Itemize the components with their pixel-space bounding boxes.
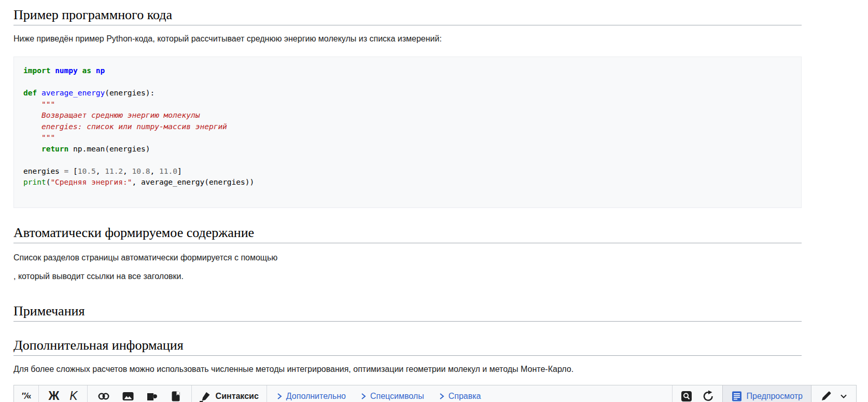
section-heading-notes: Примечания xyxy=(13,303,802,322)
pencil-icon xyxy=(820,390,832,402)
italic-button[interactable]: K xyxy=(69,389,77,402)
wikieditor: ″⁄« Ж K xyxy=(13,385,857,402)
preview-document-icon xyxy=(731,391,743,402)
code-block-content: import numpy as np def average_energy(en… xyxy=(23,65,792,199)
insert-image-button[interactable] xyxy=(122,390,134,402)
link-icon xyxy=(97,390,110,402)
search-replace-button[interactable] xyxy=(680,390,693,402)
switch-editor-button[interactable] xyxy=(820,390,832,402)
section-heading-extra: Дополнительная информация xyxy=(13,338,802,356)
insert-quotes-button[interactable]: ″⁄« xyxy=(22,391,31,401)
italic-icon: K xyxy=(69,389,77,402)
section-heading-toc: Автоматически формируемое содержание xyxy=(13,225,802,243)
chevron-down-icon xyxy=(839,393,848,399)
bold-icon: Ж xyxy=(48,389,59,402)
search-icon xyxy=(680,390,693,402)
python-code-block: import numpy as np def average_energy(en… xyxy=(13,57,802,208)
puzzle-icon xyxy=(146,390,158,402)
image-icon xyxy=(122,390,134,402)
highlighter-icon xyxy=(200,390,212,402)
preview-content: Пример программного кода Ниже приведён п… xyxy=(13,7,802,375)
quotes-icon: ″⁄« xyxy=(22,391,31,401)
para-extra: Для более сложных расчетов можно использ… xyxy=(13,364,802,375)
section-heading-code-example: Пример программного кода xyxy=(13,7,802,25)
chevron-right-icon xyxy=(439,392,445,400)
preview-button[interactable]: Предпросмотр xyxy=(731,391,803,402)
editor-toolbar: ″⁄« Ж K xyxy=(14,385,856,402)
toolbar-section-help[interactable]: Справка xyxy=(439,392,481,401)
syntax-label: Синтаксис xyxy=(216,392,259,401)
editor-menu-toggle[interactable] xyxy=(839,393,848,399)
toolbar-section-specialchars[interactable]: Спецсимволы xyxy=(360,392,424,401)
link-button[interactable] xyxy=(97,390,110,402)
chevron-right-icon xyxy=(276,392,283,400)
refresh-icon xyxy=(702,390,715,402)
syntax-highlight-button[interactable]: Синтаксис xyxy=(200,390,259,402)
refresh-button[interactable] xyxy=(702,390,715,402)
para-intro: Ниже приведён пример Python-кода, которы… xyxy=(13,33,802,44)
preview-label: Предпросмотр xyxy=(746,392,803,401)
para-toc-2: , который выводит ссылки на все заголовк… xyxy=(13,271,802,282)
chevron-right-icon xyxy=(360,392,367,400)
para-toc-1: Список разделов страницы автоматически ф… xyxy=(13,252,802,263)
insert-reference-button[interactable] xyxy=(170,390,182,402)
toolbar-section-advanced[interactable]: Дополнительно xyxy=(276,392,346,401)
insert-template-button[interactable] xyxy=(146,390,158,402)
reference-book-icon xyxy=(170,390,182,402)
bold-button[interactable]: Ж xyxy=(48,389,59,402)
